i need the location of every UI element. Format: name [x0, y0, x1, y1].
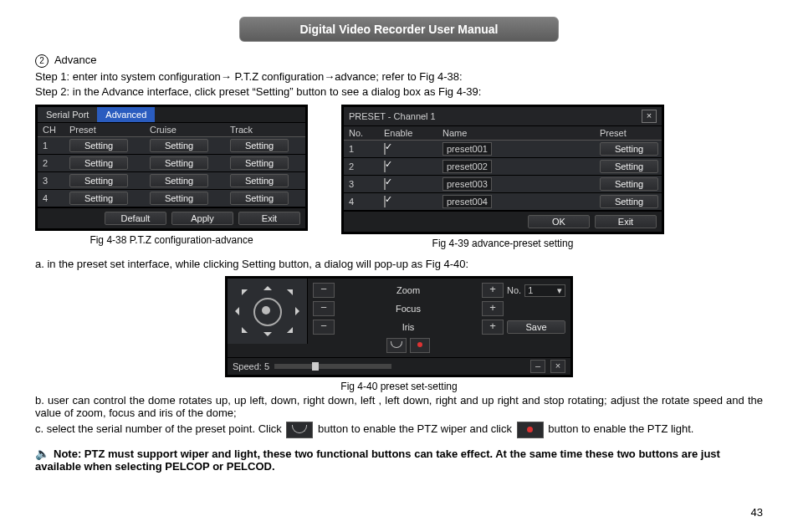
- chevron-down-icon: ▾: [557, 285, 562, 296]
- preset-name-input[interactable]: preset001: [442, 142, 492, 156]
- ch-cell: 2: [38, 156, 64, 170]
- col-preset: Preset: [595, 126, 662, 140]
- ptz-up-right-icon[interactable]: [287, 284, 299, 295]
- fig-440-caption: Fig 4-40 preset set-setting: [340, 381, 457, 392]
- preset-setting-button[interactable]: Setting: [600, 160, 658, 173]
- table-row: 1 Setting Setting Setting: [38, 137, 305, 155]
- ok-button[interactable]: OK: [528, 215, 590, 228]
- apply-button[interactable]: Apply: [171, 212, 233, 225]
- ptz-direction-pad[interactable]: [228, 279, 308, 344]
- preset-name-input[interactable]: preset002: [442, 160, 492, 173]
- fig-440-panel: − Zoom + No. 1▾ − Focus + − Iris + Save: [225, 276, 573, 377]
- iris-plus-button[interactable]: +: [482, 320, 504, 335]
- table-row: 2 preset002 Setting: [344, 158, 662, 176]
- no-cell: 2: [344, 160, 379, 173]
- preset-setting-button[interactable]: Setting: [69, 156, 128, 170]
- note: 🔈Note: PTZ must support wiper and light,…: [35, 447, 763, 473]
- enable-checkbox[interactable]: [384, 161, 386, 172]
- ptz-down-left-icon[interactable]: [236, 327, 248, 339]
- cruise-setting-button[interactable]: Setting: [150, 156, 208, 170]
- zoom-label: Zoom: [338, 285, 478, 295]
- exit-button[interactable]: Exit: [595, 215, 657, 228]
- step-2: Step 2: in the Advance interface, click …: [35, 85, 763, 98]
- ptz-down-right-icon[interactable]: [287, 327, 299, 339]
- paragraph-b: b. user can control the dome rotates up,…: [35, 394, 763, 419]
- track-setting-button[interactable]: Setting: [230, 139, 289, 152]
- ptz-right-icon[interactable]: [295, 307, 304, 315]
- minimize-icon[interactable]: –: [530, 360, 545, 373]
- ptz-up-icon[interactable]: [263, 282, 272, 290]
- ch-cell: 1: [38, 139, 64, 152]
- col-no: No.: [344, 126, 379, 140]
- cruise-setting-button[interactable]: Setting: [150, 174, 208, 187]
- focus-label: Focus: [338, 304, 478, 314]
- table-row: 4 Setting Setting Setting: [38, 190, 305, 207]
- preset-setting-button[interactable]: Setting: [600, 195, 658, 208]
- speed-label: Speed: 5: [233, 361, 269, 371]
- paragraph-c: c. select the serial number of the prese…: [35, 422, 763, 438]
- wiper-icon: [286, 422, 313, 438]
- fig-438-caption: Fig 4-38 P.T.Z configuration-advance: [90, 234, 253, 246]
- preset-setting-button[interactable]: Setting: [69, 192, 128, 205]
- col-ch: CH: [38, 123, 64, 136]
- table-row: 2 Setting Setting Setting: [38, 155, 305, 172]
- speed-slider[interactable]: [274, 364, 391, 369]
- ptz-stop-icon[interactable]: [253, 298, 282, 326]
- section-number: 2: [35, 54, 49, 68]
- focus-minus-button[interactable]: −: [313, 301, 335, 316]
- track-setting-button[interactable]: Setting: [230, 156, 289, 170]
- page-number: 43: [751, 506, 763, 519]
- col-enable: Enable: [379, 126, 437, 140]
- ch-cell: 3: [38, 174, 64, 187]
- preset-setting-button[interactable]: Setting: [69, 174, 128, 187]
- col-name: Name: [437, 126, 595, 140]
- cruise-setting-button[interactable]: Setting: [150, 192, 208, 205]
- light-icon[interactable]: [410, 338, 430, 353]
- ptz-up-left-icon[interactable]: [236, 284, 248, 295]
- preset-no-select[interactable]: 1▾: [524, 284, 565, 297]
- iris-minus-button[interactable]: −: [313, 320, 335, 335]
- default-button[interactable]: Default: [105, 212, 166, 225]
- no-cell: 1: [344, 142, 379, 156]
- track-setting-button[interactable]: Setting: [230, 192, 289, 205]
- table-row: 1 preset001 Setting: [344, 141, 662, 158]
- track-setting-button[interactable]: Setting: [230, 174, 289, 187]
- iris-label: Iris: [338, 322, 478, 332]
- preset-name-input[interactable]: preset003: [442, 177, 492, 191]
- zoom-plus-button[interactable]: +: [482, 283, 504, 298]
- col-preset: Preset: [64, 123, 145, 136]
- cruise-setting-button[interactable]: Setting: [150, 139, 208, 152]
- close-icon[interactable]: ×: [550, 360, 565, 373]
- ch-cell: 4: [38, 192, 64, 205]
- save-button[interactable]: Save: [507, 320, 565, 334]
- preset-setting-button[interactable]: Setting: [600, 142, 658, 156]
- col-cruise: Cruise: [145, 123, 225, 136]
- speaker-icon: 🔈: [35, 447, 47, 460]
- fig-438-panel: Serial Port Advanced CH Preset Cruise Tr…: [35, 105, 308, 231]
- paragraph-a: a. in the preset set interface, while cl…: [35, 258, 763, 270]
- table-row: 4 preset004 Setting: [344, 193, 662, 211]
- no-cell: 3: [344, 177, 379, 191]
- close-icon[interactable]: ×: [642, 110, 657, 123]
- step-1: Step 1: enter into system configuration→…: [35, 70, 763, 83]
- tab-serial-port[interactable]: Serial Port: [38, 107, 97, 122]
- table-row: 3 preset003 Setting: [344, 176, 662, 193]
- enable-checkbox[interactable]: [384, 196, 386, 207]
- preset-name-input[interactable]: preset004: [442, 195, 492, 208]
- section-heading: 2 Advance: [35, 54, 763, 68]
- fig-439-panel: PRESET - Channel 1 × No. Enable Name Pre…: [341, 105, 664, 234]
- exit-button[interactable]: Exit: [238, 212, 300, 225]
- focus-plus-button[interactable]: +: [482, 301, 504, 316]
- zoom-minus-button[interactable]: −: [313, 283, 335, 298]
- wiper-icon[interactable]: [386, 338, 407, 353]
- ptz-left-icon[interactable]: [231, 307, 239, 315]
- ptz-down-icon[interactable]: [263, 332, 272, 340]
- no-label: No.: [507, 285, 521, 295]
- enable-checkbox[interactable]: [384, 143, 386, 155]
- preset-setting-button[interactable]: Setting: [69, 139, 128, 152]
- tab-advanced[interactable]: Advanced: [97, 107, 155, 122]
- enable-checkbox[interactable]: [384, 178, 386, 190]
- fig-439-caption: Fig 4-39 advance-preset setting: [432, 238, 574, 249]
- table-row: 3 Setting Setting Setting: [38, 172, 305, 190]
- preset-setting-button[interactable]: Setting: [600, 177, 658, 191]
